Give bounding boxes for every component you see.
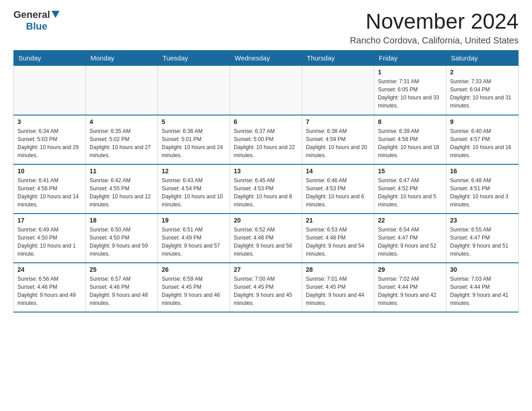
day-number: 15 — [378, 167, 442, 175]
calendar-cell — [158, 66, 230, 115]
sun-info: Sunrise: 6:38 AM Sunset: 4:59 PM Dayligh… — [306, 127, 370, 159]
day-number: 28 — [306, 266, 370, 273]
sun-info: Sunrise: 6:54 AM Sunset: 4:47 PM Dayligh… — [378, 226, 442, 258]
calendar-cell: 3Sunrise: 6:34 AM Sunset: 5:03 PM Daylig… — [14, 115, 86, 164]
day-number: 1 — [378, 68, 442, 76]
month-title: November 2024 — [350, 9, 519, 34]
sun-info: Sunrise: 7:02 AM Sunset: 4:44 PM Dayligh… — [378, 275, 442, 307]
sun-info: Sunrise: 6:48 AM Sunset: 4:51 PM Dayligh… — [450, 176, 515, 209]
calendar-week-5: 24Sunrise: 6:56 AM Sunset: 4:46 PM Dayli… — [14, 263, 519, 312]
calendar-week-3: 10Sunrise: 6:41 AM Sunset: 4:56 PM Dayli… — [14, 164, 519, 214]
day-number: 12 — [162, 167, 226, 175]
title-area: November 2024 Rancho Cordova, California… — [350, 9, 519, 46]
calendar-cell — [230, 66, 302, 115]
day-number: 4 — [90, 118, 154, 125]
calendar-cell — [86, 66, 158, 115]
calendar-cell: 23Sunrise: 6:55 AM Sunset: 4:47 PM Dayli… — [446, 214, 519, 263]
calendar-cell: 9Sunrise: 6:40 AM Sunset: 4:57 PM Daylig… — [446, 115, 519, 164]
sun-info: Sunrise: 6:51 AM Sunset: 4:49 PM Dayligh… — [162, 226, 226, 258]
sun-info: Sunrise: 7:31 AM Sunset: 6:05 PM Dayligh… — [378, 77, 442, 110]
sun-info: Sunrise: 6:34 AM Sunset: 5:03 PM Dayligh… — [17, 127, 82, 159]
day-number: 2 — [450, 68, 515, 76]
day-number: 27 — [234, 266, 298, 273]
calendar-cell — [302, 66, 374, 115]
day-number: 9 — [450, 118, 515, 125]
sun-info: Sunrise: 6:43 AM Sunset: 4:54 PM Dayligh… — [162, 176, 226, 209]
sun-info: Sunrise: 6:39 AM Sunset: 4:58 PM Dayligh… — [378, 127, 442, 159]
sun-info: Sunrise: 6:40 AM Sunset: 4:57 PM Dayligh… — [450, 127, 515, 159]
calendar-cell: 21Sunrise: 6:53 AM Sunset: 4:48 PM Dayli… — [302, 214, 374, 263]
location-subtitle: Rancho Cordova, California, United State… — [350, 35, 519, 46]
day-number: 8 — [378, 118, 442, 125]
day-number: 7 — [306, 118, 370, 125]
day-number: 26 — [162, 266, 226, 273]
calendar-week-2: 3Sunrise: 6:34 AM Sunset: 5:03 PM Daylig… — [14, 115, 519, 164]
calendar-week-1: 1Sunrise: 7:31 AM Sunset: 6:05 PM Daylig… — [14, 66, 519, 115]
calendar-cell: 1Sunrise: 7:31 AM Sunset: 6:05 PM Daylig… — [374, 66, 446, 115]
sun-info: Sunrise: 6:55 AM Sunset: 4:47 PM Dayligh… — [450, 226, 515, 258]
calendar-cell: 7Sunrise: 6:38 AM Sunset: 4:59 PM Daylig… — [302, 115, 374, 164]
sun-info: Sunrise: 6:59 AM Sunset: 4:45 PM Dayligh… — [162, 275, 226, 307]
calendar-cell: 27Sunrise: 7:00 AM Sunset: 4:45 PM Dayli… — [230, 263, 302, 312]
day-number: 22 — [378, 217, 442, 224]
calendar-cell: 12Sunrise: 6:43 AM Sunset: 4:54 PM Dayli… — [158, 164, 230, 214]
calendar-table: Sunday Monday Tuesday Wednesday Thursday… — [13, 50, 519, 313]
calendar-cell: 6Sunrise: 6:37 AM Sunset: 5:00 PM Daylig… — [230, 115, 302, 164]
sun-info: Sunrise: 6:36 AM Sunset: 5:01 PM Dayligh… — [162, 127, 226, 159]
day-number: 14 — [306, 167, 370, 175]
day-number: 10 — [17, 167, 82, 175]
calendar-cell: 26Sunrise: 6:59 AM Sunset: 4:45 PM Dayli… — [158, 263, 230, 312]
logo-blue-text: Blue — [26, 21, 47, 32]
day-number: 23 — [450, 217, 515, 224]
sun-info: Sunrise: 6:49 AM Sunset: 4:50 PM Dayligh… — [17, 226, 82, 258]
sun-info: Sunrise: 6:57 AM Sunset: 4:46 PM Dayligh… — [90, 275, 154, 307]
calendar-cell: 2Sunrise: 7:33 AM Sunset: 6:04 PM Daylig… — [446, 66, 519, 115]
calendar-cell: 4Sunrise: 6:35 AM Sunset: 5:02 PM Daylig… — [86, 115, 158, 164]
calendar-cell: 17Sunrise: 6:49 AM Sunset: 4:50 PM Dayli… — [14, 214, 86, 263]
calendar-cell: 25Sunrise: 6:57 AM Sunset: 4:46 PM Dayli… — [86, 263, 158, 312]
day-number: 30 — [450, 266, 515, 273]
day-number: 25 — [90, 266, 154, 273]
day-number: 24 — [17, 266, 82, 273]
logo-triangle-icon — [51, 11, 60, 20]
calendar-header-row: Sunday Monday Tuesday Wednesday Thursday… — [14, 51, 519, 66]
calendar-cell: 29Sunrise: 7:02 AM Sunset: 4:44 PM Dayli… — [374, 263, 446, 312]
calendar-cell: 13Sunrise: 6:45 AM Sunset: 4:53 PM Dayli… — [230, 164, 302, 214]
day-number: 18 — [90, 217, 154, 224]
page-header: General Blue November 2024 Rancho Cordov… — [13, 9, 519, 46]
calendar-cell: 5Sunrise: 6:36 AM Sunset: 5:01 PM Daylig… — [158, 115, 230, 164]
col-wednesday: Wednesday — [230, 51, 302, 66]
sun-info: Sunrise: 7:33 AM Sunset: 6:04 PM Dayligh… — [450, 77, 515, 110]
sun-info: Sunrise: 6:56 AM Sunset: 4:46 PM Dayligh… — [17, 275, 82, 307]
day-number: 17 — [17, 217, 82, 224]
logo: General Blue — [13, 9, 60, 32]
col-sunday: Sunday — [14, 51, 86, 66]
calendar-cell: 30Sunrise: 7:03 AM Sunset: 4:44 PM Dayli… — [446, 263, 519, 312]
calendar-cell: 24Sunrise: 6:56 AM Sunset: 4:46 PM Dayli… — [14, 263, 86, 312]
sun-info: Sunrise: 6:53 AM Sunset: 4:48 PM Dayligh… — [306, 226, 370, 258]
day-number: 13 — [234, 167, 298, 175]
calendar-cell: 10Sunrise: 6:41 AM Sunset: 4:56 PM Dayli… — [14, 164, 86, 214]
col-monday: Monday — [86, 51, 158, 66]
col-saturday: Saturday — [446, 51, 519, 66]
day-number: 20 — [234, 217, 298, 224]
day-number: 19 — [162, 217, 226, 224]
calendar-cell: 8Sunrise: 6:39 AM Sunset: 4:58 PM Daylig… — [374, 115, 446, 164]
col-thursday: Thursday — [302, 51, 374, 66]
sun-info: Sunrise: 6:35 AM Sunset: 5:02 PM Dayligh… — [90, 127, 154, 159]
calendar-cell: 20Sunrise: 6:52 AM Sunset: 4:48 PM Dayli… — [230, 214, 302, 263]
calendar-cell: 18Sunrise: 6:50 AM Sunset: 4:50 PM Dayli… — [86, 214, 158, 263]
day-number: 21 — [306, 217, 370, 224]
calendar-cell: 11Sunrise: 6:42 AM Sunset: 4:55 PM Dayli… — [86, 164, 158, 214]
sun-info: Sunrise: 6:45 AM Sunset: 4:53 PM Dayligh… — [234, 176, 298, 209]
sun-info: Sunrise: 6:50 AM Sunset: 4:50 PM Dayligh… — [90, 226, 154, 258]
sun-info: Sunrise: 7:03 AM Sunset: 4:44 PM Dayligh… — [450, 275, 515, 307]
svg-marker-0 — [51, 11, 60, 18]
calendar-cell: 22Sunrise: 6:54 AM Sunset: 4:47 PM Dayli… — [374, 214, 446, 263]
sun-info: Sunrise: 6:47 AM Sunset: 4:52 PM Dayligh… — [378, 176, 442, 209]
sun-info: Sunrise: 6:46 AM Sunset: 4:53 PM Dayligh… — [306, 176, 370, 209]
day-number: 29 — [378, 266, 442, 273]
calendar-cell: 19Sunrise: 6:51 AM Sunset: 4:49 PM Dayli… — [158, 214, 230, 263]
day-number: 3 — [17, 118, 82, 125]
calendar-cell: 15Sunrise: 6:47 AM Sunset: 4:52 PM Dayli… — [374, 164, 446, 214]
